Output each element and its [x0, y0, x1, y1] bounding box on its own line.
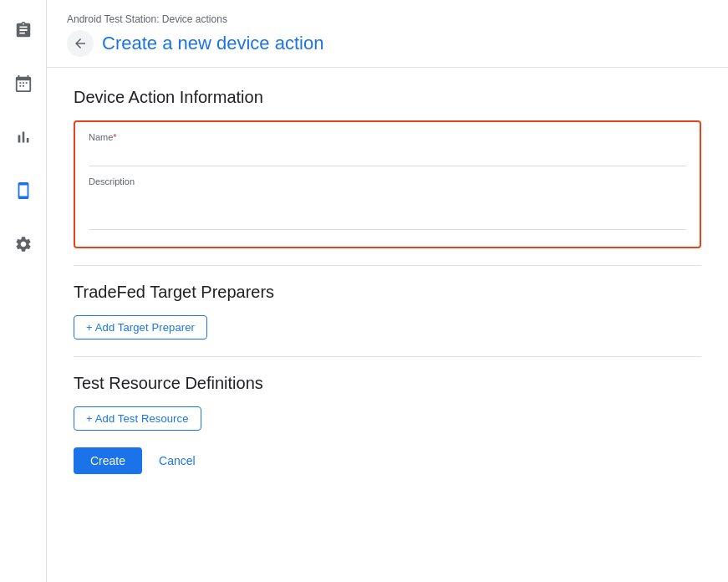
- test-resource-section: Test Resource Definitions + Add Test Res…: [74, 374, 701, 431]
- add-target-preparer-button[interactable]: + Add Target Preparer: [74, 315, 207, 340]
- main-content: Android Test Station: Device actions Cre…: [47, 0, 728, 582]
- sidebar-icon-settings[interactable]: [7, 227, 40, 261]
- description-field: Description: [89, 176, 686, 233]
- test-resource-title: Test Resource Definitions: [74, 374, 701, 393]
- name-field: Name*: [89, 132, 686, 166]
- content-area: Device Action Information Name* Descript…: [47, 68, 728, 494]
- add-test-resource-button[interactable]: + Add Test Resource: [74, 406, 201, 431]
- device-action-section: Device Action Information Name* Descript…: [74, 88, 701, 248]
- page-header: Android Test Station: Device actions Cre…: [47, 0, 728, 68]
- cancel-button[interactable]: Cancel: [149, 447, 206, 474]
- back-button[interactable]: [67, 30, 94, 57]
- name-input[interactable]: [89, 146, 686, 166]
- sidebar-icon-phone[interactable]: [7, 174, 40, 207]
- form-fields-container: Name* Description: [74, 120, 701, 248]
- description-label: Description: [89, 176, 686, 186]
- action-row: Create Cancel: [74, 447, 701, 474]
- sidebar: [0, 0, 47, 582]
- divider-2: [74, 356, 701, 357]
- name-label: Name*: [89, 132, 686, 142]
- sidebar-icon-clipboard[interactable]: [7, 13, 40, 47]
- divider-1: [74, 265, 701, 266]
- sidebar-icon-calendar[interactable]: [7, 67, 40, 100]
- breadcrumb: Android Test Station: Device actions: [67, 13, 708, 25]
- create-button[interactable]: Create: [74, 447, 142, 474]
- tradefed-section: TradeFed Target Preparers + Add Target P…: [74, 283, 701, 340]
- tradefed-title: TradeFed Target Preparers: [74, 283, 701, 302]
- device-action-title: Device Action Information: [74, 88, 701, 107]
- sidebar-icon-chart[interactable]: [7, 120, 40, 154]
- page-title: Create a new device action: [102, 33, 323, 54]
- description-input[interactable]: [89, 190, 686, 230]
